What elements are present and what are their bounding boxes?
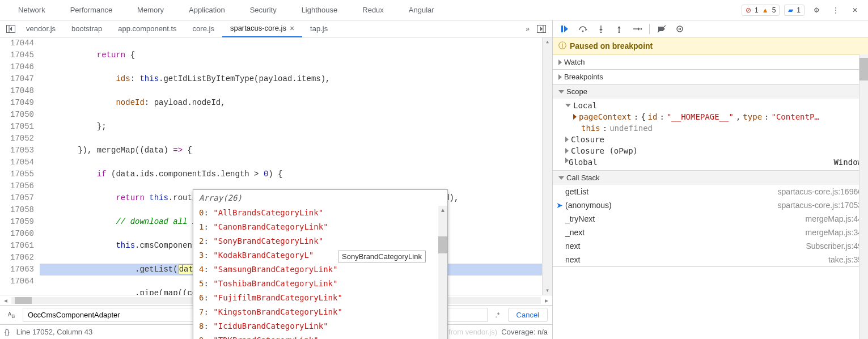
tooltip-item[interactable]: 7: "KingstonBrandCategoryLink"	[193, 305, 447, 319]
tooltip-item[interactable]: 0: "AllBrandsCategoryLink"	[193, 206, 447, 220]
warning-icon: ▲	[762, 6, 769, 14]
tooltip-item[interactable]: 1: "CanonBrandCategoryLink"	[193, 220, 447, 234]
info-icon: ⓘ	[558, 41, 566, 51]
callstack-frame[interactable]: ➤(anonymous)spartacus-core.js:17053	[553, 198, 868, 212]
tooltip-item[interactable]: 9: "TDKBrandCategoryLink"	[193, 333, 447, 339]
scope-pagecontext[interactable]: pageContext: {id: "__HOMEPAGE__", type: …	[553, 111, 868, 122]
message-icon: ▰	[788, 6, 793, 14]
svg-marker-2	[10, 27, 12, 31]
tab-lighthouse[interactable]: Lighthouse	[289, 1, 350, 19]
step-over-button[interactable]	[577, 23, 589, 35]
svg-marker-14	[617, 26, 621, 28]
pause-exceptions-button[interactable]	[674, 23, 686, 35]
callstack-section[interactable]: Call Stack	[553, 171, 868, 185]
tooltip-scrollbar[interactable]: ▴ ▾	[438, 206, 447, 339]
navigator-toggle-icon[interactable]	[3, 25, 18, 33]
tab-angular[interactable]: Angular	[396, 1, 447, 19]
more-icon[interactable]: ⋮	[828, 3, 843, 18]
tab-redux[interactable]: Redux	[350, 1, 396, 19]
file-tabs: vendor.js bootstrap app.component.ts cor…	[18, 20, 521, 37]
file-tab-appcomponent[interactable]: app.component.ts	[110, 20, 184, 37]
scope-closure2[interactable]: Closure (oPwp)	[553, 145, 868, 156]
watch-section[interactable]: Watch	[553, 55, 868, 69]
scope-global[interactable]: GlobalWindow	[553, 156, 868, 168]
tabs-overflow-icon[interactable]: »	[521, 25, 534, 33]
tab-application[interactable]: Application	[176, 1, 238, 19]
step-into-button[interactable]	[595, 23, 607, 35]
tooltip-header: Array(26)	[193, 190, 447, 206]
messages-badge[interactable]: ▰1	[784, 5, 805, 16]
callstack-frame[interactable]: _nextmergeMap.js:34	[553, 226, 868, 239]
error-count: 1	[755, 6, 759, 14]
file-tab-bootstrap[interactable]: bootstrap	[63, 20, 110, 37]
svg-marker-7	[564, 26, 568, 32]
callstack-frame[interactable]: nextSubscriber.js:49	[553, 239, 868, 253]
svg-point-18	[641, 28, 642, 29]
message-count: 1	[797, 6, 801, 14]
step-button[interactable]	[631, 23, 643, 35]
svg-rect-22	[679, 28, 680, 30]
debug-toolbar	[553, 20, 868, 37]
svg-rect-6	[561, 26, 563, 32]
pretty-print-icon[interactable]: {}	[5, 328, 10, 336]
tab-performance[interactable]: Performance	[58, 1, 125, 19]
tab-memory[interactable]: Memory	[125, 1, 176, 19]
deactivate-breakpoints-button[interactable]	[655, 23, 668, 35]
svg-rect-23	[680, 28, 681, 30]
tooltip-item[interactable]: 6: "FujifilmBrandCategoryLink"	[193, 291, 447, 305]
resume-button[interactable]	[558, 23, 571, 35]
cancel-button[interactable]: Cancel	[508, 308, 548, 322]
tooltip-item[interactable]: 8: "IciduBrandCategoryLink"	[193, 319, 447, 333]
scope-local[interactable]: Local	[553, 100, 868, 111]
breakpoints-section[interactable]: Breakpoints	[553, 70, 868, 84]
scope-closure[interactable]: Closure	[553, 134, 868, 145]
close-icon[interactable]: ✕	[848, 3, 862, 18]
svg-rect-21	[677, 26, 683, 32]
svg-marker-11	[599, 29, 603, 31]
hover-tooltip: SonyBrandCategoryLink	[338, 251, 426, 262]
svg-point-8	[582, 30, 584, 32]
step-out-button[interactable]	[613, 23, 625, 35]
warning-count: 5	[772, 6, 776, 14]
callstack-frame[interactable]: _tryNextmergeMap.js:44	[553, 212, 868, 226]
cursor-position: Line 17052, Column 43	[16, 328, 92, 336]
svg-marker-5	[540, 27, 543, 31]
error-icon: ⊘	[746, 6, 751, 14]
console-status-badge[interactable]: ⊘1 ▲5	[742, 5, 780, 16]
svg-marker-17	[638, 27, 640, 31]
file-tab-vendor[interactable]: vendor.js	[18, 20, 63, 37]
coverage-info: Coverage: n/a	[501, 328, 548, 336]
file-tab-tap[interactable]: tap.js	[302, 20, 336, 37]
callstack-frame[interactable]: getListspartacus-core.js:16966	[553, 185, 868, 198]
svg-point-12	[600, 31, 602, 33]
file-tab-core[interactable]: core.js	[185, 20, 222, 37]
file-tab-spartacus[interactable]: spartacus-core.js×	[222, 20, 302, 37]
paused-banner: ⓘ Paused on breakpoint	[553, 37, 868, 55]
vertical-scrollbar[interactable]: ▴ ▾	[542, 37, 552, 295]
value-tooltip: Array(26) ▴ ▾ 0: "AllBrandsCategoryLink"…	[193, 189, 448, 339]
tab-security[interactable]: Security	[238, 1, 289, 19]
tooltip-item[interactable]: 4: "SamsungBrandCategoryLink"	[193, 262, 447, 277]
tooltip-item[interactable]: 2: "SonyBrandCategoryLink"	[193, 234, 447, 248]
line-gutter: 1704417045170461704717048170491705017051…	[0, 37, 40, 295]
paused-label: Paused on breakpoint	[570, 41, 653, 50]
close-tab-icon[interactable]: ×	[290, 24, 294, 33]
scope-section[interactable]: Scope	[553, 84, 868, 99]
callstack-frame[interactable]: nexttake.js:35	[553, 253, 868, 266]
tab-network[interactable]: Network	[6, 1, 58, 19]
scope-this: this: undefined	[553, 122, 868, 134]
tooltip-item[interactable]: 5: "ToshibaBrandCategoryLink"	[193, 277, 447, 291]
regex-toggle-icon[interactable]: .*	[492, 311, 503, 319]
right-scrollbar[interactable]	[859, 54, 868, 339]
debugger-toggle-icon[interactable]	[534, 25, 549, 33]
settings-icon[interactable]: ⚙	[809, 3, 824, 18]
svg-point-15	[619, 31, 620, 33]
devtools-panel-tabs: Network Performance Memory Application S…	[6, 1, 742, 19]
case-toggle-icon[interactable]: AB	[5, 310, 18, 319]
